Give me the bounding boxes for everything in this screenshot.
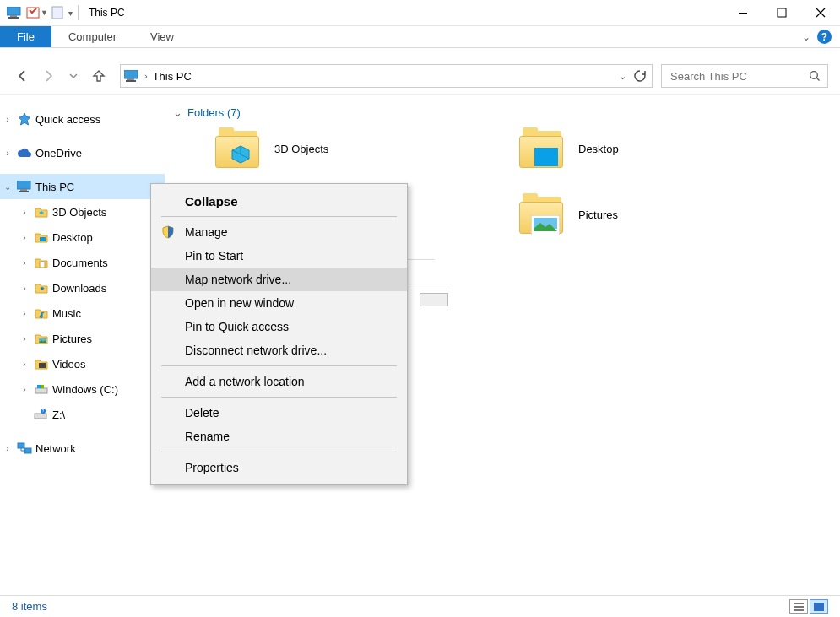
up-button[interactable]: [88, 65, 110, 87]
item-label: 3D Objects: [274, 143, 328, 155]
ctx-pin-qa[interactable]: Pin to Quick access: [151, 315, 407, 338]
tree-drive-c[interactable]: › Windows (C:): [0, 376, 165, 402]
status-text: 8 items: [12, 600, 47, 613]
collapse-icon[interactable]: ⌄: [2, 182, 14, 192]
horizontal-scroll-thumb[interactable]: [420, 293, 448, 306]
svg-rect-12: [20, 189, 27, 191]
item-desktop[interactable]: Desktop: [519, 127, 823, 170]
documents-icon: [32, 257, 51, 268]
tree-videos[interactable]: › Videos: [0, 351, 165, 376]
tree-network[interactable]: › Network: [0, 436, 165, 461]
desktop-icon: [32, 231, 51, 243]
crumb-sep-icon[interactable]: ›: [144, 71, 148, 81]
address-bar[interactable]: › This PC ⌄: [120, 64, 653, 88]
minimize-button[interactable]: [723, 0, 762, 26]
svg-rect-20: [41, 385, 44, 388]
tree-label: Downloads: [52, 282, 106, 295]
svg-rect-24: [18, 443, 24, 448]
qat-newfolder-icon[interactable]: [48, 3, 67, 22]
tree-onedrive[interactable]: › OneDrive: [0, 140, 165, 165]
tree-drive-z[interactable]: ? Z:\: [0, 402, 165, 427]
expand-icon[interactable]: ›: [2, 149, 14, 158]
ctx-map-drive[interactable]: Map network drive...: [151, 268, 407, 291]
maximize-button[interactable]: [762, 0, 801, 26]
expand-icon[interactable]: ›: [19, 284, 30, 293]
expand-icon[interactable]: ›: [19, 258, 30, 268]
tree-pictures[interactable]: › Pictures: [0, 326, 165, 351]
search-icon[interactable]: [809, 70, 821, 82]
expand-icon[interactable]: ›: [19, 208, 30, 217]
expand-icon[interactable]: ›: [19, 360, 30, 369]
svg-rect-32: [814, 603, 824, 611]
item-3dobjects[interactable]: 3D Objects: [215, 127, 519, 170]
qat-dropdown-icon[interactable]: ▼: [41, 8, 48, 17]
close-button[interactable]: [801, 0, 840, 26]
folder-icon: [519, 127, 566, 170]
folder-icon: [32, 206, 51, 218]
tree-label: Network: [35, 442, 76, 455]
view-toggle: [789, 599, 828, 614]
qat-properties-icon[interactable]: [24, 3, 42, 22]
tab-computer[interactable]: Computer: [51, 26, 133, 47]
ctx-collapse[interactable]: Collapse: [151, 189, 407, 213]
tree-label: Documents: [52, 257, 108, 269]
tree-downloads[interactable]: › Downloads: [0, 275, 165, 300]
tree-label: Quick access: [35, 113, 100, 126]
svg-rect-26: [534, 148, 558, 166]
back-button[interactable]: [12, 65, 34, 87]
nav-row: › This PC ⌄: [0, 58, 840, 94]
folders-group-header[interactable]: ⌄ Folders (7): [173, 106, 835, 119]
svg-rect-1: [10, 15, 17, 17]
tree-this-pc[interactable]: ⌄ This PC: [0, 174, 165, 199]
file-tab[interactable]: File: [0, 26, 51, 47]
ctx-pin-start[interactable]: Pin to Start: [151, 244, 407, 268]
recent-locations-button[interactable]: [62, 65, 84, 87]
shield-icon: [160, 225, 176, 239]
ctx-delete[interactable]: Delete: [151, 401, 407, 425]
thispc-icon: [124, 70, 139, 82]
ctx-rename[interactable]: Rename: [151, 425, 407, 448]
svg-rect-14: [40, 237, 46, 241]
folder-icon: [215, 127, 263, 170]
svg-rect-30: [794, 606, 804, 608]
crumb-label[interactable]: This PC: [153, 70, 192, 83]
expand-icon[interactable]: ›: [19, 334, 30, 344]
collapse-icon[interactable]: ⌄: [173, 106, 182, 119]
ctx-add-loc[interactable]: Add a network location: [151, 370, 407, 393]
expand-icon[interactable]: ›: [2, 444, 14, 453]
expand-icon[interactable]: ›: [19, 385, 30, 394]
refresh-icon[interactable]: [633, 69, 647, 83]
ctx-disconnect[interactable]: Disconnect network drive...: [151, 338, 407, 362]
tree-music[interactable]: › Music: [0, 300, 165, 326]
expand-icon[interactable]: ›: [2, 115, 14, 124]
qat-customize-icon[interactable]: ▾: [68, 8, 73, 18]
address-bar-controls: ⌄: [619, 69, 647, 83]
tree-desktop[interactable]: › Desktop: [0, 225, 165, 250]
view-details-button[interactable]: [789, 599, 808, 614]
tree-documents[interactable]: › Documents: [0, 250, 165, 275]
svg-rect-21: [35, 414, 46, 419]
forward-button[interactable]: [37, 65, 59, 87]
svg-rect-6: [778, 8, 786, 17]
address-crumb[interactable]: › This PC: [124, 70, 192, 83]
address-dropdown-icon[interactable]: ⌄: [619, 71, 626, 82]
view-tiles-button[interactable]: [810, 599, 828, 614]
search-input[interactable]: [669, 69, 821, 84]
window-title: This PC: [89, 7, 125, 19]
network-icon: [15, 442, 34, 454]
ctx-properties[interactable]: Properties: [151, 456, 407, 479]
expand-icon[interactable]: ›: [19, 233, 30, 242]
help-icon[interactable]: ?: [817, 30, 832, 44]
tree-quick-access[interactable]: › Quick access: [0, 106, 165, 132]
svg-rect-4: [52, 7, 62, 19]
ribbon-expand-icon[interactable]: ⌄: [802, 31, 810, 43]
expand-icon[interactable]: ›: [19, 309, 30, 318]
item-pictures[interactable]: Pictures: [519, 193, 823, 235]
svg-rect-9: [126, 80, 136, 82]
ctx-open-new[interactable]: Open in new window: [151, 291, 407, 315]
ctx-manage[interactable]: Manage: [151, 220, 407, 244]
tree-3dobjects[interactable]: › 3D Objects: [0, 199, 165, 225]
title-divider: [78, 5, 79, 20]
search-box[interactable]: [661, 64, 828, 88]
tab-view[interactable]: View: [133, 26, 191, 47]
